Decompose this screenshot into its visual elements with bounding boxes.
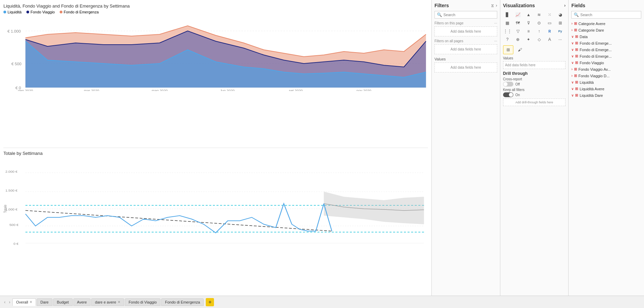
top-chart-svg: € 0 € 500 € 1.000 gen 2 — [3, 15, 428, 91]
keep-filters-toggle[interactable] — [503, 92, 513, 97]
field-group-11: ∨ ⊞ Liquidità Dare — [571, 92, 641, 98]
tab-fondo-viaggio[interactable]: Fondo di Viaggio — [125, 298, 160, 306]
tab-avere[interactable]: Avere — [73, 298, 91, 306]
viz-chevron-right[interactable]: › — [564, 3, 565, 8]
tab-nav-right[interactable]: › — [8, 300, 12, 305]
expand-icon-10: ∨ — [571, 87, 574, 91]
fields-search-box[interactable]: 🔍 — [571, 11, 641, 19]
viz-icon-decomp[interactable]: ⊕ — [513, 36, 522, 43]
viz-icon-pie[interactable]: ◕ — [556, 11, 565, 19]
viz-icon-more[interactable]: ··· — [556, 36, 565, 43]
svg-text:set 2020: set 2020 — [289, 89, 303, 91]
field-group-label-11: Liquidità Dare — [580, 93, 603, 98]
filters-on-page-dots[interactable]: ··· — [494, 21, 497, 25]
field-group-label-6: Fondo Viaggio — [580, 61, 604, 65]
field-group-label-2: Data — [580, 35, 587, 39]
legend-dot-emergenza — [60, 11, 62, 13]
field-group-header-0[interactable]: › ⊞ Categorie Avere — [571, 21, 641, 26]
field-group-header-9[interactable]: ∨ ⊞ Liquidità — [571, 79, 641, 85]
field-group-header-4[interactable]: ∨ ⊞ Fondo di Emerge... — [571, 47, 641, 53]
svg-marker-29 — [324, 192, 424, 224]
viz-icon-gauge[interactable]: ⊙ — [535, 19, 544, 27]
values-dropzone[interactable]: Add data fields here — [434, 62, 497, 72]
viz-icon-kpi[interactable]: ↑ — [535, 27, 544, 35]
filters-on-page-dropzone[interactable]: Add data fields here — [434, 26, 497, 36]
fields-panel: Fields 🔍 › ⊞ Categorie Avere › ⊞ — [569, 0, 644, 296]
tab-overall[interactable]: Overall ✕ — [12, 298, 36, 306]
tab-dare-e-avere-close[interactable]: ✕ — [118, 300, 120, 304]
drill-dropzone[interactable]: Add drill-through fields here — [503, 99, 566, 106]
viz-icon-line[interactable]: 📈 — [513, 11, 522, 19]
viz-icon-card[interactable]: ▭ — [545, 19, 554, 27]
field-group-header-5[interactable]: ∨ ⊞ Fondo di Emerge... — [571, 53, 641, 59]
field-group-label-1: Categorie Dare — [579, 28, 604, 32]
fields-panel-header: Fields — [571, 3, 641, 8]
filters-on-all-dropzone[interactable]: Add data fields here — [434, 44, 497, 54]
cross-report-state: Off — [515, 82, 520, 86]
legend-dot-liquidita — [3, 11, 6, 13]
viz-icon-r[interactable]: R — [545, 27, 554, 35]
field-group-header-7[interactable]: › ⊞ Fondo Viaggio Av... — [571, 66, 641, 72]
field-group-header-6[interactable]: ∨ ⊞ Fondo Viaggio — [571, 60, 641, 66]
filters-panel: Filters ⧖ › 🔍 Filters on this page ··· A… — [432, 0, 500, 296]
tab-add-button[interactable]: + — [206, 298, 214, 306]
right-panels: Filters ⧖ › 🔍 Filters on this page ··· A… — [431, 0, 644, 296]
keep-filters-toggle-row: On — [503, 92, 566, 97]
viz-icon-format[interactable]: 🖌 — [515, 45, 525, 54]
tab-budget[interactable]: Budget — [53, 298, 73, 306]
tab-nav-left[interactable]: ‹ — [3, 300, 7, 305]
field-group-header-3[interactable]: ∨ ⊞ Fondo di Emerge... — [571, 40, 641, 46]
legend-item-fondo-viaggio: Fondo Viaggio — [26, 10, 55, 14]
viz-icon-slicer[interactable]: ≡ — [524, 27, 533, 35]
field-group-label-7: Fondo Viaggio Av... — [579, 67, 611, 71]
viz-icon-funnel[interactable]: ⊽ — [524, 19, 533, 27]
viz-icon-smart[interactable]: ✦ — [524, 36, 533, 43]
svg-text:mag 2020: mag 2020 — [152, 89, 168, 91]
viz-icon-scatter[interactable]: ⁙ — [545, 11, 554, 19]
table-icon-9: ⊞ — [575, 80, 578, 84]
legend-dot-fondo-viaggio — [26, 11, 29, 13]
viz-icon-text[interactable]: A — [545, 36, 554, 43]
viz-panel-header: Visualizations › — [503, 3, 566, 8]
viz-icon-bar[interactable]: ▊ — [503, 11, 512, 19]
table-icon-10: ⊞ — [575, 87, 578, 91]
filters-search-box[interactable]: 🔍 — [434, 11, 497, 19]
viz-icon-map[interactable]: 🗺 — [513, 19, 522, 27]
viz-icon-matrix[interactable]: ⋮⋮ — [503, 27, 512, 35]
viz-icon-ribbon[interactable]: ≋ — [535, 11, 544, 19]
filters-on-all-dots[interactable]: ··· — [494, 39, 497, 43]
fields-search-input[interactable] — [580, 13, 639, 17]
viz-icon-fields-active[interactable]: ⊞ — [503, 45, 513, 54]
filters-search-input[interactable] — [443, 13, 495, 17]
field-group-header-2[interactable]: ∨ ⊞ Data — [571, 34, 641, 39]
viz-icon-py[interactable]: Py — [556, 27, 565, 35]
values-drop-zone[interactable]: Add data fields here — [503, 61, 566, 69]
field-group-header-11[interactable]: ∨ ⊞ Liquidità Dare — [571, 92, 641, 98]
viz-icon-table[interactable]: ⊞ — [556, 19, 565, 27]
viz-icon-filter[interactable]: ▽ — [513, 27, 522, 35]
cross-report-toggle-row: Off — [503, 82, 566, 87]
expand-icon-1: › — [571, 28, 572, 32]
svg-text:€ 1.000: € 1.000 — [8, 30, 21, 33]
charts-area: Liquidità, Fondo Viaggio and Fondo di Em… — [0, 0, 431, 296]
field-group-header-8[interactable]: › ⊞ Fondo Viaggio D... — [571, 73, 641, 79]
viz-icon-qa[interactable]: ? — [503, 36, 512, 43]
tab-overall-close[interactable]: ✕ — [29, 300, 32, 304]
filter-icon[interactable]: ⧖ — [491, 3, 494, 8]
cross-report-toggle[interactable] — [503, 82, 513, 87]
expand-icon-3: ∨ — [571, 41, 574, 45]
table-icon-4: ⊞ — [575, 47, 578, 52]
tab-dare[interactable]: Dare — [37, 298, 52, 306]
table-icon-11: ⊞ — [575, 93, 578, 98]
field-group-header-1[interactable]: › ⊞ Categorie Dare — [571, 27, 641, 33]
field-group-2: ∨ ⊞ Data — [571, 34, 641, 39]
field-group-header-10[interactable]: ∨ ⊞ Liquidità Avere — [571, 86, 641, 92]
viz-icon-area[interactable]: ▲ — [524, 11, 533, 19]
tab-fondo-emergenza[interactable]: Fondo di Emergenza — [161, 298, 204, 306]
cross-report-label: Cross-report — [503, 77, 566, 81]
viz-icon-treemap[interactable]: ▦ — [503, 19, 512, 27]
viz-icon-shape[interactable]: ◇ — [535, 36, 544, 43]
field-group-0: › ⊞ Categorie Avere — [571, 21, 641, 26]
tab-dare-e-avere[interactable]: dare e avere ✕ — [91, 298, 124, 306]
chevron-right-icon[interactable]: › — [496, 3, 497, 8]
